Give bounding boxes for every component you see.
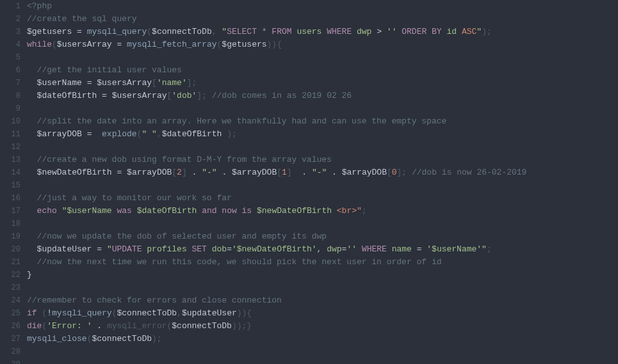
code-line: //now the next time we run this code, we… [27, 256, 618, 269]
code-line: $dateOfBirth = $usersArray['dob']; //dob… [27, 90, 618, 102]
line-number: 29 [0, 358, 20, 364]
code-line: //create the sql query [27, 13, 618, 26]
line-number: 26 [0, 320, 20, 333]
code-line: while($usersArray = mysqli_fetch_array($… [27, 38, 618, 51]
line-number: 9 [0, 102, 20, 115]
line-number: 7 [0, 77, 20, 90]
line-number: 23 [0, 281, 20, 294]
code-line: $newDateOfBirth = $arrayDOB[2] . "-" . $… [27, 166, 618, 179]
line-number: 24 [0, 294, 20, 307]
line-number: 10 [0, 115, 20, 128]
line-number: 6 [0, 64, 20, 77]
line-number: 12 [0, 141, 20, 154]
code-line: $arrayDOB = explode(" ",$dateOfBirth ); [27, 128, 618, 141]
code-line: //remember to check for errors and close… [27, 294, 618, 307]
line-number: 22 [0, 269, 20, 281]
line-number: 3 [0, 26, 20, 38]
line-number: 18 [0, 218, 20, 230]
line-number: 4 [0, 38, 20, 51]
code-line: //split the date into an array. Here we … [27, 115, 618, 128]
code-line [27, 179, 618, 192]
line-number: 13 [0, 154, 20, 166]
line-number: 17 [0, 205, 20, 218]
code-line: echo "$userName was $dateOfBirth and now… [27, 205, 618, 218]
code-line: mysqli_close($connectToDb); [27, 333, 618, 345]
code-line: //create a new dob using format D-M-Y fr… [27, 154, 618, 166]
line-numbers: 1234567891011121314151617181920212223242… [0, 0, 27, 364]
code-editor: 1234567891011121314151617181920212223242… [0, 0, 618, 364]
line-number: 8 [0, 90, 20, 102]
code-line: //get the initial user values [27, 64, 618, 77]
code-line [27, 218, 618, 230]
line-number: 11 [0, 128, 20, 141]
code-line: //just a way to monitor our work so far [27, 192, 618, 205]
code-line [27, 51, 618, 64]
line-number: 2 [0, 13, 20, 26]
line-number: 19 [0, 230, 20, 243]
line-number: 15 [0, 179, 20, 192]
line-number: 28 [0, 345, 20, 358]
line-number: 16 [0, 192, 20, 205]
code-line [27, 345, 618, 358]
code-line [27, 358, 618, 364]
line-number: 14 [0, 166, 20, 179]
code-line: $getusers = mysqli_query($connectToDb, "… [27, 26, 618, 38]
code-line [27, 281, 618, 294]
code-line [27, 141, 618, 154]
code-line: die('Error: ' . mysqli_error($connectToD… [27, 320, 618, 333]
code-line: if (!mysqli_query($connectToDb,$updateUs… [27, 307, 618, 320]
line-number: 1 [0, 0, 20, 13]
line-number: 21 [0, 256, 20, 269]
code-line: <?php [27, 0, 618, 13]
code-line: //now we update the dob of selected user… [27, 230, 618, 243]
code-line: $updateUser = "UPDATE profiles SET dob='… [27, 243, 618, 256]
code-line: } [27, 269, 618, 281]
line-number: 25 [0, 307, 20, 320]
line-number: 5 [0, 51, 20, 64]
line-number: 27 [0, 333, 20, 345]
code-line: $userName = $usersArray['name']; [27, 77, 618, 90]
code-line [27, 102, 618, 115]
line-number: 20 [0, 243, 20, 256]
code-area: <?php//create the sql query$getusers = m… [27, 0, 618, 364]
